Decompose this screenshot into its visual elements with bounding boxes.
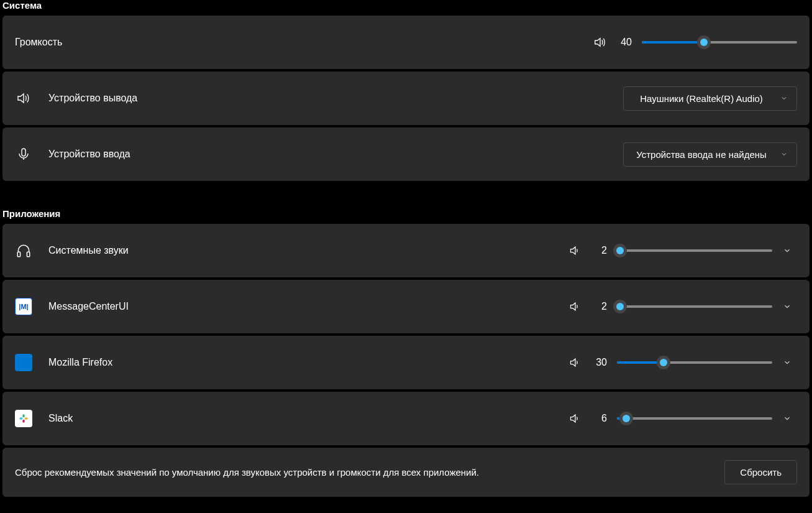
- system-section-header: Система: [2, 0, 810, 16]
- app-volume-value: 6: [592, 413, 607, 424]
- speaker-icon[interactable]: [593, 35, 607, 49]
- svg-rect-5: [22, 414, 24, 417]
- headphones-icon: [15, 242, 32, 259]
- chevron-down-icon: [780, 95, 788, 102]
- app-name: Mozilla Firefox: [48, 357, 568, 368]
- app-row-messagecenterui: |M| MessageCenterUI 2: [2, 280, 810, 333]
- app-volume-value: 2: [592, 245, 607, 256]
- speaker-icon[interactable]: [568, 300, 582, 313]
- app-name: Slack: [48, 413, 568, 424]
- speaker-icon[interactable]: [568, 356, 582, 369]
- output-device-dropdown[interactable]: Наушники (Realtek(R) Audio): [623, 86, 797, 111]
- output-device-row: Устройство вывода Наушники (Realtek(R) A…: [2, 72, 810, 125]
- app-row-slack: Slack 6: [2, 392, 810, 445]
- reset-button[interactable]: Сбросить: [724, 460, 797, 484]
- expand-button[interactable]: [777, 297, 797, 317]
- volume-slider[interactable]: [642, 35, 797, 50]
- slack-icon: [15, 410, 32, 427]
- system-volume-row: Громкость 40: [2, 16, 810, 69]
- app-row-firefox: Mozilla Firefox 30: [2, 336, 810, 389]
- output-device-selected: Наушники (Realtek(R) Audio): [640, 93, 763, 104]
- svg-rect-2: [27, 252, 29, 257]
- app-name: Системные звуки: [48, 245, 568, 256]
- app-volume-value: 2: [592, 301, 607, 312]
- app-volume-slider[interactable]: [617, 243, 772, 258]
- svg-rect-3: [19, 417, 22, 419]
- input-device-dropdown[interactable]: Устройства ввода не найдены: [623, 142, 797, 167]
- app-volume-slider[interactable]: [617, 411, 772, 426]
- apps-section-header: Приложения: [2, 208, 810, 224]
- speaker-icon[interactable]: [568, 244, 582, 257]
- app-volume-value: 30: [592, 357, 607, 368]
- app-volume-slider[interactable]: [617, 299, 772, 314]
- svg-rect-0: [22, 149, 25, 156]
- expand-button[interactable]: [777, 353, 797, 372]
- app-volume-slider[interactable]: [617, 355, 772, 370]
- reset-description: Сброс рекомендуемых значений по умолчани…: [15, 467, 479, 478]
- expand-button[interactable]: [777, 241, 797, 261]
- volume-label: Громкость: [15, 37, 593, 48]
- chevron-down-icon: [780, 150, 788, 158]
- microphone-icon: [15, 146, 32, 163]
- svg-rect-1: [17, 252, 20, 257]
- speaker-icon: [15, 90, 32, 107]
- input-device-row: Устройство ввода Устройства ввода не най…: [2, 127, 810, 181]
- volume-value: 40: [617, 37, 632, 48]
- input-device-selected: Устройства ввода не найдены: [636, 149, 767, 160]
- svg-rect-6: [22, 420, 24, 423]
- app-name: MessageCenterUI: [48, 301, 568, 312]
- message-center-icon: |M|: [15, 298, 32, 315]
- firefox-icon: [15, 354, 32, 371]
- speaker-icon[interactable]: [568, 412, 582, 425]
- app-row-system-sounds: Системные звуки 2: [2, 224, 810, 277]
- output-device-label: Устройство вывода: [48, 93, 623, 104]
- svg-rect-4: [25, 417, 28, 419]
- reset-row: Сброс рекомендуемых значений по умолчани…: [2, 448, 810, 497]
- expand-button[interactable]: [777, 409, 797, 428]
- input-device-label: Устройство ввода: [48, 149, 623, 160]
